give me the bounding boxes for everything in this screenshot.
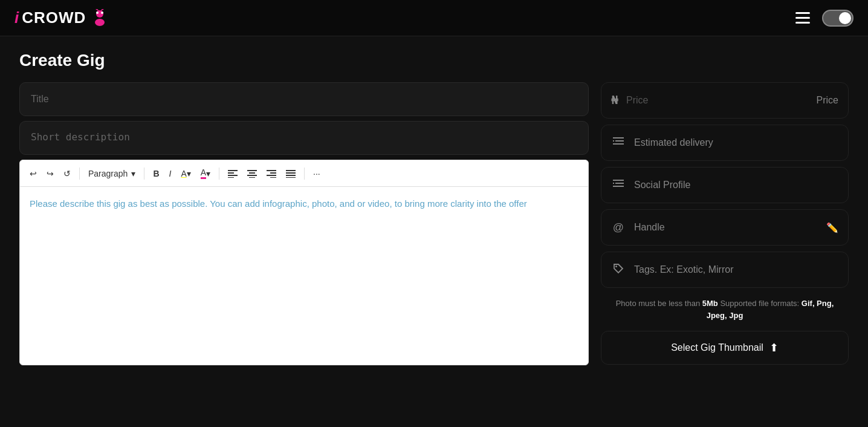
- thumbnail-label: Select Gig Thumbnail: [671, 342, 763, 353]
- paragraph-selector[interactable]: Paragraph ▾: [85, 166, 139, 181]
- svg-point-32: [615, 266, 617, 267]
- photo-info: Photo must be less than 5Mb Supported fi…: [601, 294, 849, 325]
- upload-icon: ⬆: [769, 341, 779, 354]
- photo-size: 5Mb: [702, 299, 718, 308]
- list-icon-2: [611, 179, 626, 192]
- italic-button[interactable]: I: [166, 166, 175, 181]
- estimated-delivery-card[interactable]: Estimated delivery: [601, 125, 849, 161]
- title-input[interactable]: [19, 82, 589, 116]
- logo-i: i: [15, 8, 19, 27]
- hamburger-menu[interactable]: [795, 12, 810, 24]
- editor-toolbar: ↩ ↪ ↺ Paragraph ▾ B I A▾: [20, 160, 588, 187]
- highlight-button[interactable]: A▾: [177, 166, 194, 181]
- align-right-button[interactable]: [263, 167, 280, 180]
- price-label: Price: [817, 95, 838, 106]
- photo-info-text: Photo must be less than: [616, 299, 700, 308]
- svg-point-3: [101, 11, 103, 14]
- redo-button[interactable]: ↪: [43, 166, 57, 181]
- history-button[interactable]: ↺: [60, 166, 74, 181]
- main-content: Create Gig ↩ ↪ ↺ Paragraph ▾: [0, 36, 868, 380]
- tag-icon: [611, 263, 626, 277]
- app-header: i CROWD: [0, 0, 868, 36]
- handle-text: Handle: [634, 222, 818, 233]
- handle-card: @ Handle ✏️: [601, 209, 849, 246]
- more-options-button[interactable]: ···: [309, 166, 324, 181]
- logo-text: CROWD: [22, 8, 86, 27]
- paragraph-label: Paragraph: [88, 169, 128, 178]
- toolbar-separator-1: [79, 168, 80, 180]
- tags-card: Tags. Ex: Exotic, Mirror: [601, 252, 849, 288]
- tags-text: Tags. Ex: Exotic, Mirror: [634, 264, 838, 275]
- bold-button[interactable]: B: [149, 166, 163, 181]
- toolbar-separator-3: [219, 168, 219, 180]
- toolbar-separator-4: [304, 168, 305, 180]
- svg-point-0: [96, 10, 103, 18]
- currency-symbol: ₦: [611, 94, 618, 107]
- align-center-button[interactable]: [244, 167, 261, 180]
- social-profile-text: Social Profile: [634, 180, 838, 191]
- toolbar-separator-2: [144, 168, 144, 180]
- photo-formats-label-text: Supported file formats:: [720, 299, 799, 308]
- page-title: Create Gig: [19, 51, 849, 70]
- svg-point-1: [95, 19, 105, 26]
- rich-text-editor: ↩ ↪ ↺ Paragraph ▾ B I A▾: [19, 160, 589, 365]
- svg-point-2: [96, 11, 99, 14]
- app-logo: i CROWD: [15, 8, 109, 27]
- theme-toggle[interactable]: [822, 10, 853, 27]
- list-icon: [611, 137, 626, 149]
- estimated-delivery-text: Estimated delivery: [634, 137, 838, 148]
- align-left-button[interactable]: [224, 167, 241, 180]
- editor-placeholder: Please describe this gig as best as poss…: [30, 198, 527, 209]
- at-icon: @: [611, 221, 626, 234]
- pencil-icon[interactable]: ✏️: [826, 222, 838, 233]
- right-column: ₦ Price Estimated delivery Social Profil…: [601, 82, 849, 365]
- short-description-input[interactable]: [19, 121, 589, 155]
- text-color-button[interactable]: A▾: [197, 165, 214, 181]
- logo-mascot-icon: [91, 9, 109, 27]
- form-layout: ↩ ↪ ↺ Paragraph ▾ B I A▾: [19, 82, 849, 365]
- undo-button[interactable]: ↩: [26, 166, 40, 181]
- social-profile-card[interactable]: Social Profile: [601, 167, 849, 203]
- justify-button[interactable]: [282, 167, 299, 180]
- editor-body[interactable]: Please describe this gig as best as poss…: [20, 187, 588, 362]
- left-column: ↩ ↪ ↺ Paragraph ▾ B I A▾: [19, 82, 589, 365]
- price-card: ₦ Price: [601, 82, 849, 119]
- price-input[interactable]: [626, 95, 808, 106]
- paragraph-chevron-icon: ▾: [131, 169, 135, 178]
- thumbnail-button[interactable]: Select Gig Thumbnail ⬆: [601, 331, 849, 365]
- header-controls: [795, 10, 853, 27]
